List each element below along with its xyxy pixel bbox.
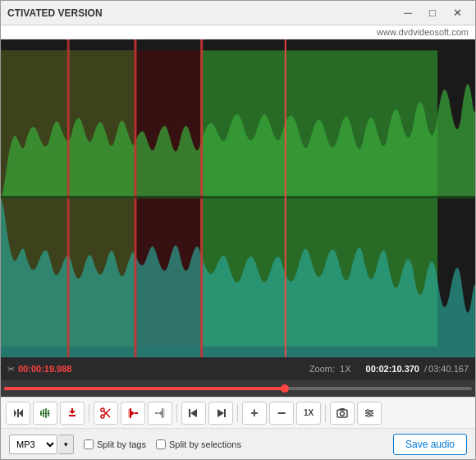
waveform-button[interactable] bbox=[33, 402, 57, 425]
format-select[interactable]: MP3 WAV OGG FLAC bbox=[9, 435, 57, 454]
split-by-tags-text: Split by tags bbox=[97, 439, 146, 449]
save-audio-button[interactable]: Save audio bbox=[393, 434, 467, 455]
zoom-label: Zoom: bbox=[309, 364, 335, 374]
toolbar: + − 1X bbox=[1, 397, 475, 428]
title-bar: CTIVATED VERSION ─ □ ✕ bbox=[1, 1, 475, 25]
svg-point-22 bbox=[101, 408, 104, 412]
zoom-1x-button[interactable]: 1X bbox=[296, 402, 321, 425]
split-by-selections-checkbox[interactable] bbox=[156, 439, 166, 449]
svg-point-45 bbox=[368, 414, 370, 416]
format-dropdown-arrow[interactable]: ▾ bbox=[59, 435, 74, 454]
zoom-out-button[interactable]: − bbox=[269, 402, 294, 425]
cut-time: 00:00:19.988 bbox=[18, 364, 71, 374]
position-time: 00:02:10.370 bbox=[366, 364, 419, 374]
svg-point-44 bbox=[370, 412, 373, 414]
svg-marker-31 bbox=[158, 411, 162, 416]
progress-bar-container[interactable] bbox=[1, 380, 475, 397]
split-by-tags-checkbox[interactable] bbox=[84, 439, 94, 449]
zoom-value: 1X bbox=[340, 364, 350, 374]
cut-button[interactable] bbox=[94, 402, 118, 425]
format-selector[interactable]: MP3 WAV OGG FLAC ▾ bbox=[9, 435, 74, 454]
svg-point-43 bbox=[367, 409, 369, 412]
svg-rect-28 bbox=[135, 412, 138, 414]
minimize-button[interactable]: ─ bbox=[396, 4, 419, 22]
split-by-tags-label[interactable]: Split by tags bbox=[84, 439, 146, 449]
trim-left-button[interactable] bbox=[121, 402, 145, 425]
zoom-in-button[interactable]: + bbox=[242, 402, 267, 425]
time-separator: / bbox=[424, 364, 427, 374]
progress-track[interactable] bbox=[4, 387, 472, 390]
split-by-selections-text: Split by selections bbox=[169, 439, 241, 449]
snapshot-button[interactable] bbox=[330, 402, 355, 425]
svg-point-38 bbox=[341, 412, 345, 416]
svg-marker-34 bbox=[190, 409, 197, 417]
next-segment-button[interactable] bbox=[208, 402, 233, 425]
prev-segment-button[interactable] bbox=[181, 402, 206, 425]
progress-thumb[interactable] bbox=[281, 384, 289, 393]
toolbar-sep-1 bbox=[89, 404, 89, 422]
total-time: 03:40.167 bbox=[428, 364, 469, 374]
window-controls: ─ □ ✕ bbox=[396, 4, 469, 22]
svg-rect-32 bbox=[155, 412, 158, 414]
svg-marker-10 bbox=[14, 409, 16, 417]
window-title: CTIVATED VERSION bbox=[7, 7, 396, 19]
toolbar-sep-3 bbox=[237, 404, 238, 422]
trim-right-button[interactable] bbox=[148, 402, 172, 425]
info-bar: ✂ 00:00:19.988 Zoom: 1X 00:02:10.370 / 0… bbox=[1, 357, 475, 380]
svg-point-21 bbox=[101, 415, 104, 418]
eq-settings-button[interactable] bbox=[357, 402, 382, 425]
maximize-button[interactable]: □ bbox=[421, 4, 444, 22]
svg-rect-20 bbox=[71, 408, 73, 412]
svg-rect-17 bbox=[40, 413, 50, 414]
bottom-bar: MP3 WAV OGG FLAC ▾ Split by tags Split b… bbox=[1, 428, 475, 459]
scissors-icon: ✂ bbox=[7, 364, 15, 375]
download-button[interactable] bbox=[60, 402, 85, 425]
website-label: www.dvdvideosoft.com bbox=[1, 25, 475, 39]
progress-fill bbox=[4, 387, 285, 390]
main-window: CTIVATED VERSION ─ □ ✕ www.dvdvideosoft.… bbox=[0, 0, 476, 460]
svg-rect-11 bbox=[17, 409, 19, 417]
skip-start-button[interactable] bbox=[6, 402, 30, 425]
split-by-selections-label[interactable]: Split by selections bbox=[156, 439, 241, 449]
svg-rect-18 bbox=[69, 415, 76, 416]
toolbar-sep-2 bbox=[176, 404, 177, 422]
waveform-area[interactable] bbox=[1, 39, 475, 357]
svg-rect-39 bbox=[340, 408, 345, 410]
svg-marker-36 bbox=[217, 409, 224, 417]
svg-marker-12 bbox=[19, 409, 23, 417]
svg-marker-27 bbox=[131, 411, 135, 416]
toolbar-sep-4 bbox=[325, 404, 326, 422]
close-button[interactable]: ✕ bbox=[446, 4, 469, 22]
waveform-svg bbox=[1, 39, 475, 357]
